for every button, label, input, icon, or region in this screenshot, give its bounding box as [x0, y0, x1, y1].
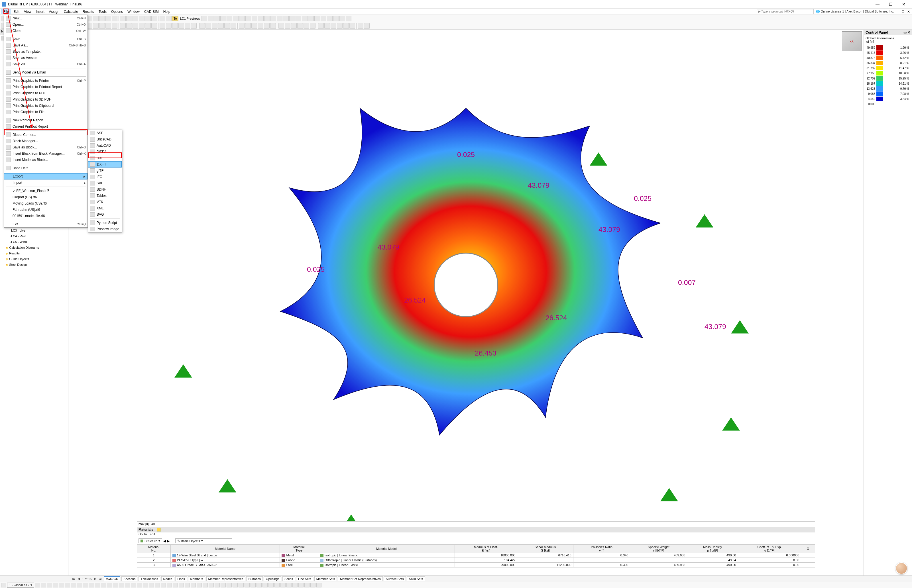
file-menu-item[interactable]: Save as Version — [4, 55, 87, 61]
toolbar-button[interactable] — [337, 23, 343, 29]
tb2-btn[interactable] — [107, 583, 112, 588]
file-menu-item[interactable]: New Printout Report — [4, 117, 87, 123]
toolbar-button[interactable] — [105, 16, 111, 21]
export-menu-item[interactable]: Python Script — [88, 220, 122, 226]
table-row[interactable]: 119-Wire Steel Strand | LexcoMetalIsotro… — [137, 553, 815, 558]
menu-options[interactable]: Options — [109, 9, 125, 14]
tree-folder[interactable]: Results — [2, 251, 66, 257]
tb2-btn[interactable] — [89, 583, 94, 588]
tb2-btn[interactable] — [101, 583, 106, 588]
file-menu-item[interactable]: ✓ FF_Webinar_Final.rf6 — [4, 188, 87, 194]
tb2-btn[interactable] — [226, 583, 232, 588]
tb2-btn[interactable] — [83, 583, 88, 588]
tb2-btn[interactable] — [215, 583, 220, 588]
file-menu-item[interactable]: Save AllCtrl+A — [4, 61, 87, 67]
toolbar-button[interactable] — [139, 23, 144, 29]
bottom-tab[interactable]: Sections — [121, 576, 137, 581]
toolbar-button[interactable] — [133, 16, 138, 21]
tb2-btn[interactable] — [71, 583, 76, 588]
toolbar-button[interactable] — [99, 23, 105, 29]
bottom-tab[interactable]: Thicknesses — [139, 576, 160, 581]
menu-window[interactable]: Window — [125, 9, 142, 14]
tb2-btn[interactable] — [185, 583, 190, 588]
tb2-btn[interactable] — [203, 583, 208, 588]
table-row[interactable]: 3A500 Grade B | AISC 360-22SteelIsotropi… — [137, 563, 815, 567]
export-menu-item[interactable]: SAF — [88, 180, 122, 186]
keyword-search[interactable]: ▶ Type a keyword (Alt+Q) — [757, 9, 814, 14]
file-menu-item[interactable]: Insert Block from Block Manager...Ctrl+K — [4, 150, 87, 157]
toolbar-button[interactable] — [333, 16, 339, 21]
toolbar-button[interactable] — [120, 23, 126, 29]
tb2-btn[interactable] — [53, 583, 58, 588]
file-menu-item[interactable]: CloseCtrl+W — [4, 27, 87, 34]
toolbar-button[interactable] — [349, 23, 355, 29]
toolbar-button[interactable] — [289, 16, 295, 21]
tb2-btn[interactable] — [143, 583, 148, 588]
file-menu-item[interactable]: Insert Model as Block... — [4, 157, 87, 163]
tb2-btn[interactable] — [41, 583, 46, 588]
tb2-btn[interactable] — [239, 583, 244, 588]
file-menu-item[interactable]: Open...Ctrl+O — [4, 21, 87, 27]
export-menu-item[interactable]: glTF — [88, 168, 122, 174]
table-row[interactable]: 2PES-PVC Typ I | --FabricOrthotropic | L… — [137, 558, 815, 563]
tb2-btn[interactable] — [1, 583, 6, 588]
col-header[interactable]: Shear ModulusG [ksi] — [517, 545, 573, 553]
support-avatar[interactable] — [896, 562, 907, 574]
tb2-btn[interactable] — [262, 583, 268, 588]
tb2-btn[interactable] — [268, 583, 273, 588]
tb2-btn[interactable] — [167, 583, 172, 588]
toolbar-button[interactable] — [304, 23, 309, 29]
file-menu-item[interactable]: Block Manager... — [4, 138, 87, 144]
file-menu-item[interactable]: Print Graphics to File — [4, 109, 87, 115]
tree-child[interactable]: LC5 - Wind — [2, 239, 66, 245]
toolbar-button[interactable] — [251, 23, 257, 29]
toolbar-button[interactable] — [112, 23, 117, 29]
export-menu-item[interactable]: Tables — [88, 192, 122, 199]
toolbar-button[interactable] — [264, 23, 270, 29]
toolbar-button[interactable] — [239, 23, 244, 29]
tb2-btn[interactable] — [179, 583, 184, 588]
canvas[interactable]: 0.025 0.025 0.025 43.079 43.079 43.079 2… — [68, 30, 863, 575]
toolbar-button[interactable] — [318, 23, 324, 29]
bottom-tab[interactable]: Materials — [104, 576, 121, 582]
toolbar-button[interactable] — [264, 16, 270, 21]
file-menu-item[interactable]: Fahrbahn (US).rf6 — [4, 207, 87, 213]
toolbar-button[interactable] — [278, 23, 284, 29]
file-menu-item[interactable]: Save As...Ctrl+Shift+S — [4, 42, 87, 48]
file-menu-item[interactable]: SaveCtrl+S — [4, 36, 87, 42]
file-menu-dropdown[interactable]: New...Ctrl+NOpen...Ctrl+OCloseCtrl+WSave… — [4, 15, 88, 228]
toolbar-button[interactable] — [202, 16, 207, 21]
col-header[interactable]: MaterialNo. — [137, 545, 171, 553]
tb2-btn[interactable] — [280, 583, 286, 588]
bottom-tab[interactable]: Nodes — [161, 576, 175, 581]
toolbar-button[interactable] — [199, 23, 205, 29]
file-menu-item[interactable]: Dlubal Center... — [4, 132, 87, 138]
bottom-tab[interactable]: Member Set Representatives — [338, 576, 382, 581]
export-menu-item[interactable]: SVG — [88, 212, 122, 218]
export-menu-item[interactable]: VTK — [88, 199, 122, 205]
bottom-tab[interactable]: Solids — [283, 576, 295, 581]
toolbar-button[interactable] — [308, 16, 314, 21]
tb2-btn[interactable] — [131, 583, 136, 588]
toolbar-button[interactable] — [364, 23, 370, 29]
menu-view[interactable]: View — [22, 9, 34, 14]
file-menu-item[interactable]: Print Graphics to Clipboard — [4, 103, 87, 109]
toolbar-button[interactable] — [214, 16, 220, 21]
col-header[interactable]: Poisson's Ratioν [-] — [573, 545, 630, 553]
toolbar-button[interactable] — [205, 23, 211, 29]
file-menu-item[interactable]: Print Graphics to PDF — [4, 90, 87, 96]
file-menu-item[interactable]: 001591-model-file.rf6 — [4, 213, 87, 219]
file-menu-item[interactable]: Export — [4, 173, 87, 179]
toolbar-button[interactable] — [277, 16, 283, 21]
toolbar-button[interactable] — [245, 23, 251, 29]
toolbar-button[interactable] — [331, 23, 336, 29]
tb2-btn[interactable] — [286, 583, 291, 588]
toolbar-button[interactable] — [296, 16, 301, 21]
goto-label[interactable]: Go To — [139, 533, 147, 538]
menu-insert[interactable]: Insert — [34, 9, 47, 14]
file-menu-item[interactable]: Carport (US).rf6 — [4, 194, 87, 200]
toolbar-button[interactable] — [145, 16, 151, 21]
orientation-cube[interactable]: -X — [842, 31, 862, 51]
toolbar-button[interactable] — [126, 23, 132, 29]
bottom-tab[interactable]: Surface Sets — [384, 576, 406, 581]
